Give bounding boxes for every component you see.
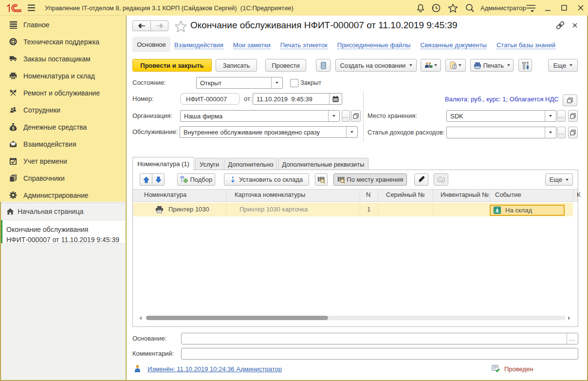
svg-text:0-9: 0-9 xyxy=(439,178,443,181)
svg-text:$: $ xyxy=(12,126,15,131)
